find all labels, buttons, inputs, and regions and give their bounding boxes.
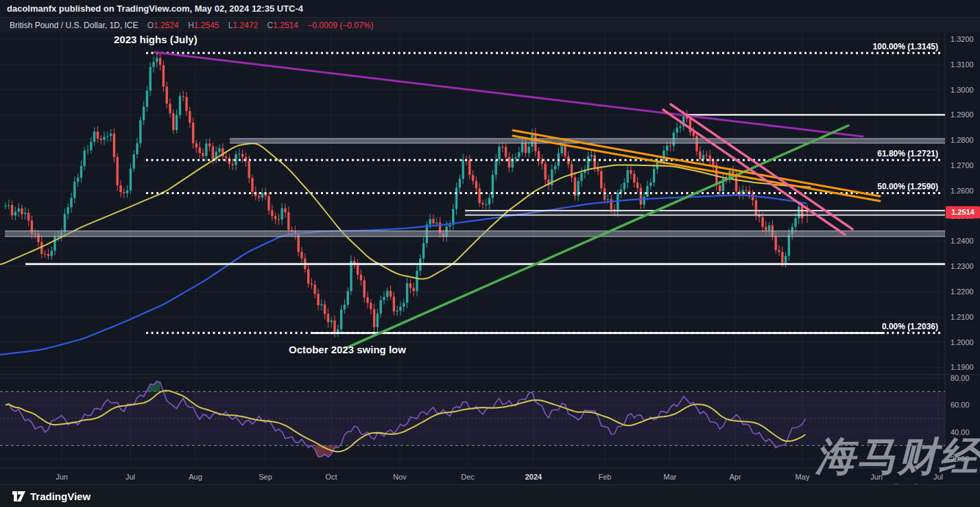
- candle-body: [199, 148, 201, 153]
- candle-body: [14, 211, 16, 215]
- candle-body: [386, 291, 388, 297]
- resistance-zone-1.2800[interactable]: [230, 139, 945, 143]
- price-tick: 1.2000: [951, 338, 974, 346]
- candle-body: [794, 218, 796, 226]
- candle-body: [538, 151, 540, 160]
- price-tick: 1.3100: [951, 60, 974, 69]
- candle-body: [27, 213, 29, 220]
- candle-body: [429, 219, 431, 224]
- candle-body: [409, 283, 411, 288]
- candle-body: [205, 143, 207, 156]
- candle-body: [126, 190, 128, 193]
- candle-body: [561, 146, 563, 154]
- time-tick[interactable]: Aug: [189, 473, 202, 481]
- candle-body: [311, 283, 313, 284]
- chart-area[interactable]: 1.32001.31001.30001.29001.28001.27001.26…: [0, 32, 980, 507]
- candle-body: [86, 150, 88, 151]
- annotation-2023-highs[interactable]: 2023 highs (July): [114, 34, 198, 45]
- time-tick[interactable]: 2024: [525, 473, 542, 481]
- candle-body: [278, 219, 280, 220]
- candle-body: [67, 207, 69, 214]
- time-tick[interactable]: Apr: [729, 473, 741, 481]
- candle-body: [485, 204, 487, 205]
- price-tick: 1.2100: [951, 313, 974, 321]
- candle-body: [172, 113, 174, 130]
- candle-body: [580, 173, 582, 181]
- candle-body: [53, 237, 56, 250]
- candle-body: [136, 143, 138, 154]
- candle-body: [182, 96, 184, 97]
- candle-body: [571, 164, 573, 177]
- fib-label: 61.80% (1.2721): [877, 149, 938, 158]
- candle-body: [383, 297, 385, 300]
- price-tick: 1.2200: [951, 287, 974, 296]
- candle-body: [340, 309, 342, 329]
- candle-body: [64, 214, 66, 232]
- candle-body: [258, 196, 260, 198]
- candle-body: [185, 97, 187, 111]
- time-tick[interactable]: Jul: [126, 473, 135, 481]
- close-value: 1.2514: [273, 21, 298, 30]
- candle-body: [640, 188, 642, 204]
- candle-body: [93, 132, 95, 142]
- candle-body: [123, 192, 125, 193]
- time-tick[interactable]: Sep: [259, 473, 272, 481]
- candle-body: [481, 203, 483, 204]
- candle-body: [590, 155, 593, 156]
- candle-body: [133, 154, 135, 169]
- time-tick[interactable]: Jul: [933, 473, 943, 481]
- time-tick[interactable]: Jun: [870, 473, 883, 481]
- candle-body: [617, 193, 619, 211]
- candle-body: [479, 189, 481, 203]
- time-tick[interactable]: Feb: [599, 473, 612, 481]
- candle-body: [324, 305, 326, 314]
- fib-label: 100.00% (1.3145): [873, 42, 938, 51]
- candle-body: [781, 252, 783, 263]
- symbol-legend[interactable]: British Pound / U.S. Dollar, 1D, ICE O1.…: [0, 19, 980, 32]
- candle-body: [594, 155, 596, 167]
- candle-body: [380, 300, 382, 313]
- rsi-tick: 40.00: [951, 428, 970, 436]
- candle-body: [117, 157, 119, 185]
- time-tick[interactable]: Nov: [393, 473, 407, 481]
- time-tick[interactable]: May: [796, 473, 810, 481]
- time-tick[interactable]: Oct: [325, 473, 337, 481]
- time-tick[interactable]: Dec: [461, 473, 475, 481]
- candle-body: [344, 305, 346, 309]
- ma-slow-line: [0, 195, 806, 355]
- candle-body: [702, 155, 704, 160]
- candle-body: [636, 182, 638, 188]
- candle-body: [390, 291, 392, 297]
- candle-body: [745, 190, 747, 191]
- candle-body: [475, 181, 477, 189]
- candle-body: [238, 154, 240, 155]
- time-tick[interactable]: Mar: [664, 473, 677, 481]
- price-chart-canvas[interactable]: 1.32001.31001.30001.29001.28001.27001.26…: [0, 32, 980, 507]
- candle-body: [693, 132, 695, 136]
- annotation-oct-2023-low[interactable]: October 2023 swing low: [289, 344, 406, 355]
- pivot-zone-1.2510[interactable]: [465, 211, 945, 215]
- candle-body: [152, 62, 154, 67]
- candle-body: [495, 160, 497, 175]
- candle-body: [284, 208, 286, 212]
- candle-body: [84, 151, 86, 166]
- candle-body: [646, 186, 648, 197]
- candle-body: [449, 225, 451, 227]
- candle-body: [271, 211, 273, 216]
- time-tick[interactable]: Jun: [56, 473, 68, 481]
- candle-body: [208, 143, 211, 146]
- candle-body: [317, 294, 319, 305]
- candle-body: [97, 132, 99, 139]
- candle-body: [455, 188, 457, 209]
- candle-body: [225, 156, 227, 158]
- downtrend-purple[interactable]: [154, 52, 863, 137]
- tradingview-logo[interactable]: TradingView: [12, 491, 91, 502]
- support-zone-1.2430[interactable]: [5, 231, 945, 237]
- candle-body: [320, 305, 322, 305]
- candle-body: [47, 254, 49, 256]
- low-value: 1.2472: [233, 21, 259, 30]
- symbol-title[interactable]: British Pound / U.S. Dollar, 1D, ICE: [10, 21, 138, 30]
- candle-body: [241, 154, 243, 157]
- candle-body: [377, 314, 379, 327]
- close-letter: C: [267, 21, 274, 30]
